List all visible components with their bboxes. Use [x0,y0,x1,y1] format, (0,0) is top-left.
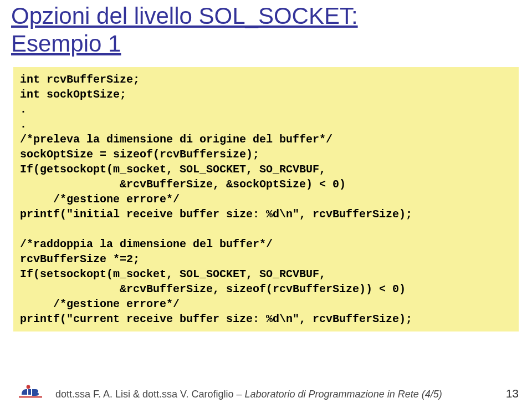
svg-rect-3 [19,396,42,397]
page-footer: dott.ssa F. A. Lisi & dott.ssa V. Carofi… [0,382,532,400]
svg-rect-2 [28,389,31,395]
footer-course: Laboratorio di Programmazione in Rete (4… [245,389,442,400]
page-title: Opzioni del livello SOL_SOCKET: Esempio … [0,0,532,67]
footer-authors: dott.ssa F. A. Lisi & dott.ssa V. Carofi… [55,389,245,400]
title-line2: Esempio 1 [11,30,121,57]
title-line1: Opzioni del livello SOL_SOCKET: [11,3,358,29]
dib-logo-icon [13,382,50,400]
svg-point-1 [27,385,30,389]
code-content: int rcvBufferSize; int sockOptSize; . . … [20,73,412,325]
footer-text: dott.ssa F. A. Lisi & dott.ssa V. Carofi… [55,389,499,400]
page-number: 13 [506,387,519,400]
code-block: int rcvBufferSize; int sockOptSize; . . … [13,67,519,332]
